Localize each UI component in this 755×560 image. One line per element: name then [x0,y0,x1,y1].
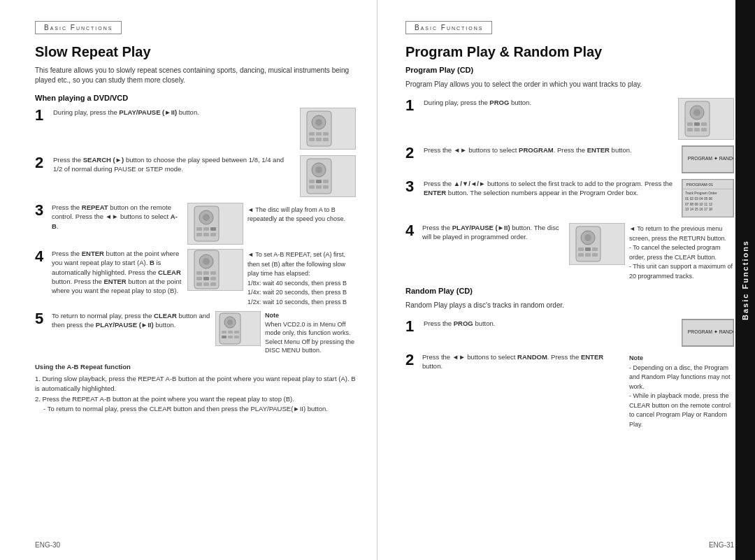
prog-step-2-screen: PROGRAM ✦ RANDOM [682,145,734,173]
step-5-image [215,311,261,346]
svg-rect-71 [592,247,598,251]
random-cd-intro: Random Play plays a disc's tracks in ran… [405,301,734,310]
step-4-sidenote: ◄ To set A-B REPEAT, set (A) first, then… [247,249,356,307]
random-cd-heading: Random Play (CD) [405,287,734,295]
prog-step-4-container: 4 Press the PLAY/PAUSE (►II) button. The… [405,223,734,281]
step-3-main: 3 Press the REPEAT button on the remote … [35,203,243,245]
rand-step-1-num: 1 [405,319,418,334]
svg-rect-14 [323,180,329,183]
svg-rect-69 [578,247,584,251]
svg-rect-15 [309,185,315,189]
left-page-title: Slow Repeat Play [35,44,356,60]
step-5-text: To return to normal play, press the CLEA… [52,311,211,330]
step-2-image [300,155,356,197]
step-4-image [187,249,243,291]
left-column: Basic Functions Slow Repeat Play This fe… [0,0,378,560]
prog-step-4-main: 4 Press the PLAY/PAUSE (►II) button. The… [405,223,625,281]
svg-point-41 [227,320,233,325]
program-cd-heading: Program Play (CD) [405,66,734,74]
left-section-header: Basic Functions [35,21,122,34]
prog-step-4-image [569,223,625,265]
svg-rect-42 [222,331,226,333]
step-2-number: 2 [35,155,48,171]
svg-rect-53 [701,122,707,126]
right-column: Basic Functions Program Play & Random Pl… [378,0,755,560]
svg-rect-23 [210,227,216,231]
rand-step-2-container: 2 Press the ◄► buttons to select RANDOM.… [405,352,734,429]
step-2-text: Press the SEARCH (►) button to choose th… [53,155,294,174]
step-4-main: 4 Press the ENTER button at the point wh… [35,249,243,307]
svg-text:Track    Program Order: Track Program Order [685,192,717,195]
step-4-container: 4 Press the ENTER button at the point wh… [35,249,356,307]
right-page-title: Program Play & Random Play [405,44,734,60]
svg-rect-72 [578,253,584,257]
svg-rect-33 [196,277,202,280]
rand-step-2-num: 2 [405,352,418,429]
rand-step-1-screen: PROGRAM ✦ RANDOM [682,319,734,347]
rand-step-1-row: 1 Press the PROG button. PROGRAM ✦ RANDO… [405,319,734,347]
svg-rect-5 [323,132,329,136]
prog-step-1-image [678,98,734,140]
svg-text:01  02  03  04  05  06: 01 02 03 04 05 06 [685,197,712,201]
svg-rect-37 [203,282,209,286]
svg-rect-12 [309,180,315,183]
svg-point-2 [315,119,322,126]
prog-step-2-num: 2 [405,145,418,161]
svg-rect-8 [323,138,329,141]
step-3-container: 3 Press the REPEAT button on the remote … [35,203,356,245]
step-3-number: 3 [35,203,48,245]
prog-step-3-num: 3 [405,179,418,194]
prog-step-2-row: 2 Press the ◄► buttons to select PROGRAM… [405,145,734,173]
prog-step-3-screen: PROGRAM 01 Track Program Order 01 02 03 … [682,179,734,217]
svg-rect-51 [687,122,693,126]
svg-rect-22 [203,227,209,231]
right-section-header: Basic Functions [405,21,492,34]
dvd-heading: When playing a DVD/VCD [35,94,356,102]
svg-rect-16 [316,185,322,189]
svg-rect-44 [234,331,239,333]
svg-point-50 [693,109,700,116]
prog-step-4-text: Press the PLAY/PAUSE (►II) button. The d… [422,223,565,242]
step-4-text: Press the ENTER button at the point wher… [52,249,183,295]
svg-rect-13 [316,180,322,183]
step-5-note: Note When VCD2.0 is in Menu Off mode onl… [265,311,356,355]
svg-rect-45 [222,336,226,338]
svg-rect-7 [316,138,322,141]
svg-rect-74 [592,253,598,257]
program-cd-intro: Program Play allows you to select the or… [405,80,734,89]
svg-rect-70 [585,247,591,251]
step-4-number: 4 [35,249,48,307]
svg-rect-24 [196,233,202,236]
svg-rect-17 [323,185,329,189]
svg-rect-38 [210,282,216,286]
svg-rect-35 [210,277,216,280]
using-step-dash: - To return to normal play, press the CL… [35,404,356,414]
svg-point-20 [203,214,210,221]
rand-notes: Note - Depending on a disc, the Program … [629,352,734,429]
svg-rect-52 [694,122,700,126]
svg-rect-4 [316,132,322,136]
svg-rect-6 [309,138,315,141]
svg-text:07  08  09  10  11  12: 07 08 09 10 11 12 [685,203,712,206]
svg-text:PROGRAM ✦ RANDOM: PROGRAM ✦ RANDOM [688,329,733,334]
prog-step-1-text: During play, press the PROG button. [424,98,673,107]
left-intro: This feature allows you to slowly repeat… [35,66,356,85]
step-1-text: During play, press the PLAY/PAUSE (►II) … [53,108,294,117]
prog-step-1-num: 1 [405,98,418,113]
step-1-image [300,108,356,150]
rand-step-2-main: 2 Press the ◄► buttons to select RANDOM.… [405,352,625,429]
rand-step-2-text: Press the ◄► buttons to select RANDOM. P… [422,352,625,371]
using-section: Using the A-B Repeat function 1. During … [35,362,356,414]
svg-text:PROGRAM ✦ RANDOM: PROGRAM ✦ RANDOM [688,156,733,161]
step-1-number: 1 [35,108,48,123]
prog-step-1-row: 1 During play, press the PROG button. [405,98,734,140]
svg-text:13  14  15  16  17  18: 13 14 15 16 17 18 [685,208,712,212]
step-3-image [187,203,243,245]
svg-rect-34 [203,277,209,280]
prog-step-2-text: Press the ◄► buttons to select PROGRAM. … [424,145,676,155]
svg-point-29 [203,258,210,265]
page-number-left: ENG-30 [35,541,60,549]
svg-rect-21 [196,227,202,231]
step-5-number: 5 [35,311,48,355]
prog-step-3-text: Press the ▲/▼/◄/► buttons to select the … [424,179,676,198]
